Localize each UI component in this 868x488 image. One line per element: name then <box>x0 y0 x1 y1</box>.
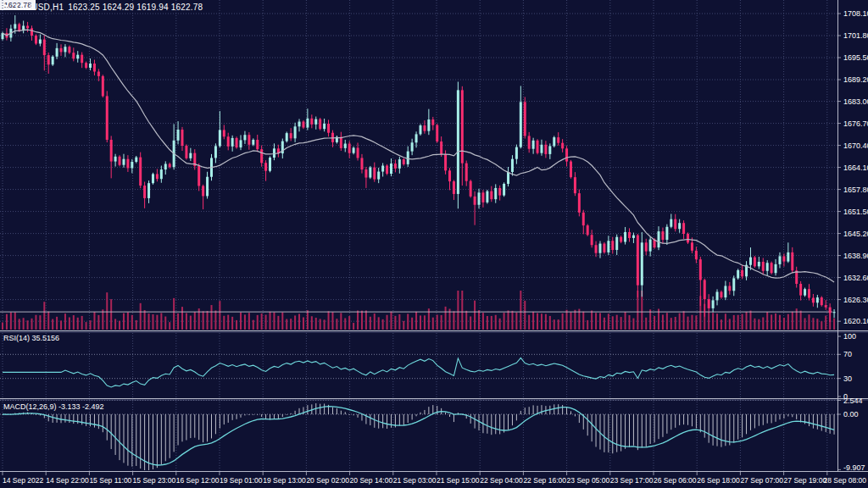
candle[interactable] <box>403 159 405 164</box>
candle[interactable] <box>649 240 652 252</box>
candle[interactable] <box>357 147 359 158</box>
candle[interactable] <box>286 133 288 141</box>
candle[interactable] <box>507 172 509 184</box>
candle[interactable] <box>348 144 351 153</box>
candle[interactable] <box>490 191 492 199</box>
candle[interactable] <box>169 164 171 167</box>
candle[interactable] <box>678 223 681 229</box>
candle[interactable] <box>812 298 815 303</box>
candle[interactable] <box>119 157 121 165</box>
candle[interactable] <box>520 102 522 147</box>
candle[interactable] <box>716 292 719 301</box>
candle[interactable] <box>511 159 514 172</box>
candle[interactable] <box>181 130 183 146</box>
candle[interactable] <box>294 126 297 138</box>
candle[interactable] <box>240 140 242 147</box>
candle[interactable] <box>360 158 363 169</box>
candle[interactable] <box>97 72 100 76</box>
candle[interactable] <box>76 55 79 59</box>
candle[interactable] <box>106 96 108 140</box>
candle[interactable] <box>645 242 648 251</box>
candle[interactable] <box>306 119 309 128</box>
candle[interactable] <box>327 124 330 133</box>
candle[interactable] <box>72 53 75 58</box>
time-axis[interactable]: 14 Sep 202214 Sep 22:0015 Sep 11:0015 Se… <box>3 472 866 485</box>
candle[interactable] <box>498 188 501 196</box>
candle[interactable] <box>825 305 827 307</box>
candle[interactable] <box>223 130 225 136</box>
candle[interactable] <box>206 177 209 197</box>
candle[interactable] <box>540 145 542 153</box>
candle[interactable] <box>102 76 104 97</box>
candle[interactable] <box>398 159 401 169</box>
candle[interactable] <box>624 232 626 242</box>
candle[interactable] <box>377 172 380 180</box>
candle[interactable] <box>775 264 777 273</box>
candle[interactable] <box>628 232 631 238</box>
candle[interactable] <box>829 308 832 313</box>
candle[interactable] <box>26 25 29 28</box>
candle[interactable] <box>314 119 317 125</box>
candle[interactable] <box>632 236 635 238</box>
candle[interactable] <box>699 259 702 280</box>
candle[interactable] <box>474 197 476 205</box>
candle[interactable] <box>771 263 773 273</box>
candle[interactable] <box>758 262 760 266</box>
candle[interactable] <box>122 159 125 165</box>
candle[interactable] <box>661 231 664 240</box>
candle[interactable] <box>415 134 418 142</box>
candle[interactable] <box>799 284 802 296</box>
candle[interactable] <box>353 147 355 152</box>
candle[interactable] <box>164 164 167 169</box>
candle[interactable] <box>243 135 246 140</box>
candle[interactable] <box>139 158 142 186</box>
candle[interactable] <box>481 192 484 202</box>
candle[interactable] <box>381 166 384 172</box>
candle[interactable] <box>737 270 739 278</box>
candle[interactable] <box>620 237 622 242</box>
candle[interactable] <box>670 219 672 227</box>
candle[interactable] <box>582 213 585 225</box>
candle[interactable] <box>691 242 693 250</box>
candle[interactable] <box>766 263 769 270</box>
candle[interactable] <box>574 177 576 193</box>
candle[interactable] <box>598 244 601 253</box>
candle[interactable] <box>152 174 154 183</box>
candle[interactable] <box>787 252 789 262</box>
candle[interactable] <box>43 40 46 56</box>
candle[interactable] <box>219 130 221 146</box>
candle[interactable] <box>423 125 426 131</box>
candle[interactable] <box>85 63 87 68</box>
candle[interactable] <box>231 138 234 147</box>
candle[interactable] <box>214 146 217 158</box>
candle[interactable] <box>227 136 230 147</box>
candle[interactable] <box>762 262 765 271</box>
candle[interactable] <box>156 174 159 179</box>
candle[interactable] <box>436 125 438 141</box>
candle[interactable] <box>544 145 547 154</box>
candle[interactable] <box>532 141 535 149</box>
candle[interactable] <box>373 168 376 180</box>
candle[interactable] <box>340 137 342 148</box>
candle[interactable] <box>591 235 593 245</box>
candle[interactable] <box>470 181 472 197</box>
candle[interactable] <box>595 245 598 252</box>
candle[interactable] <box>724 286 726 297</box>
candle[interactable] <box>603 244 605 252</box>
candle[interactable] <box>804 289 806 295</box>
candle[interactable] <box>503 184 505 196</box>
candle[interactable] <box>782 256 785 261</box>
chart-canvas[interactable]: 1708.101701.801695.501689.201683.001676.… <box>0 0 868 488</box>
candle[interactable] <box>791 252 793 270</box>
candle[interactable] <box>93 64 96 71</box>
candle[interactable] <box>52 57 54 64</box>
candle[interactable] <box>248 135 250 145</box>
candle[interactable] <box>749 258 752 265</box>
candle[interactable] <box>189 153 192 158</box>
candle[interactable] <box>35 36 37 43</box>
candle[interactable] <box>14 24 16 28</box>
candle[interactable] <box>18 24 20 30</box>
candle[interactable] <box>269 158 271 171</box>
candle[interactable] <box>682 223 685 234</box>
candle[interactable] <box>252 140 254 145</box>
